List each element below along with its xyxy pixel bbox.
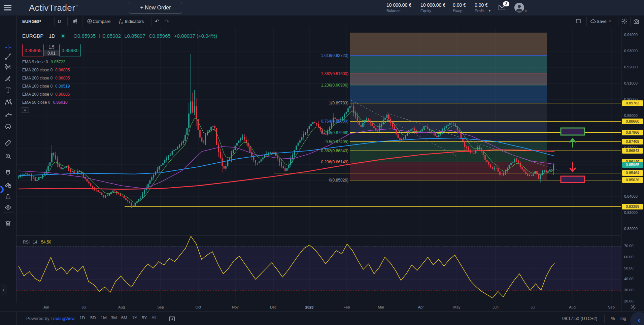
range-1D[interactable]: 1D bbox=[79, 315, 85, 320]
month-label: Sep bbox=[608, 305, 615, 309]
fib-band bbox=[350, 133, 547, 142]
chart-settings-button[interactable] bbox=[621, 15, 628, 27]
fib-label: 1(0.89783) bbox=[329, 101, 348, 105]
month-label: Feb bbox=[344, 305, 350, 309]
stat-value: 0.00 € bbox=[475, 2, 488, 8]
arrow-down-drawing[interactable] bbox=[570, 162, 576, 171]
range-1M[interactable]: 1M bbox=[101, 315, 107, 320]
sell-button[interactable]: 0.85965 bbox=[22, 44, 44, 57]
redo-button[interactable]: ↷ bbox=[165, 15, 169, 27]
snapshot-button[interactable] bbox=[633, 15, 640, 27]
magnet-icon[interactable] bbox=[4, 169, 12, 177]
range-1Y[interactable]: 1Y bbox=[132, 315, 137, 320]
indicator-row[interactable]: EMA 50 close 00.86010 bbox=[22, 100, 68, 106]
indicator-row[interactable]: EMA 100 close 00.86519 bbox=[22, 84, 70, 90]
indicators-button[interactable]: ƒxIndicators bbox=[118, 15, 144, 27]
legend-collapse-button[interactable]: ʌ bbox=[21, 107, 29, 113]
stat-value: 10 000.00 € bbox=[386, 2, 411, 8]
month-label: Oct bbox=[195, 305, 201, 309]
timezone-settings-icon[interactable] bbox=[630, 304, 636, 310]
tradingview-link[interactable]: TradingView bbox=[50, 316, 75, 321]
save-button[interactable]: Save▾ bbox=[590, 15, 611, 27]
avatar-caret-icon[interactable]: ▾ bbox=[525, 9, 527, 13]
price-label: 0.94000 bbox=[624, 33, 638, 37]
fib-band bbox=[350, 85, 547, 103]
hamburger-menu-icon[interactable] bbox=[4, 5, 11, 10]
bottom-bar: Powered by TradingView 1D5D1M3M6M1Y5YAll… bbox=[0, 312, 644, 325]
legend-interval[interactable]: 1D bbox=[49, 33, 55, 39]
chart-style-button[interactable] bbox=[72, 15, 78, 27]
pitchfork-icon[interactable] bbox=[4, 63, 12, 70]
month-label: Jul bbox=[81, 305, 86, 309]
save-caret-icon: ▾ bbox=[609, 20, 611, 23]
range-5D[interactable]: 5D bbox=[90, 315, 96, 320]
rsi-legend[interactable]: RSI 14 54.50 bbox=[23, 240, 51, 245]
price-level-tag: 0.89783 bbox=[622, 100, 643, 106]
market-status-icon bbox=[61, 34, 65, 38]
month-label: Nov bbox=[232, 305, 239, 309]
go-to-date-icon[interactable] bbox=[168, 315, 176, 322]
month-label: Dec bbox=[270, 305, 277, 309]
fib-band bbox=[350, 162, 547, 180]
ruler-icon[interactable] bbox=[4, 139, 12, 147]
stat-label: Balance bbox=[386, 9, 411, 13]
compare-button[interactable]: Compare bbox=[87, 15, 110, 27]
indicator-row[interactable]: EMA 9 close 00.85723 bbox=[22, 60, 65, 65]
price-label: 0.83000 bbox=[624, 210, 638, 215]
rsi-axis-label: 50.00 bbox=[624, 266, 634, 270]
clock[interactable]: 08:17:50 (UTC+2) bbox=[562, 316, 597, 321]
indicator-row[interactable]: EMA 200 close 00.86805 bbox=[22, 76, 70, 82]
interval-button[interactable]: D bbox=[58, 15, 61, 27]
drawing-rectangle[interactable] bbox=[561, 128, 584, 135]
crosshair-icon[interactable] bbox=[4, 44, 12, 51]
ohlc-values: O0.85935H0.85982L0.85897C0.85965 bbox=[70, 33, 171, 39]
fib-band bbox=[350, 33, 547, 56]
time-axis[interactable]: JunJulAugSepOctNovDec2023FebMarAprMayJun… bbox=[16, 303, 621, 312]
scale-log[interactable]: log bbox=[620, 316, 626, 321]
prediction-icon[interactable] bbox=[4, 110, 12, 118]
chart-canvas[interactable] bbox=[16, 27, 621, 303]
top-bar: ActivTrader™ + New Order 10 000.00 €Bala… bbox=[0, 0, 644, 15]
layout-button[interactable] bbox=[575, 15, 581, 27]
price-axis[interactable]: 0.940000.930000.920000.910000.900000.890… bbox=[621, 27, 644, 303]
month-label: 2023 bbox=[305, 305, 313, 309]
indicator-row[interactable]: EMA 200 close 00.86805 bbox=[22, 68, 70, 73]
avatar[interactable] bbox=[514, 3, 524, 12]
symbol-button[interactable]: EURGBP bbox=[22, 15, 41, 27]
pip-step[interactable]: 0.01 bbox=[44, 50, 59, 56]
price-level-tag: 0.88660 bbox=[622, 119, 643, 124]
range-All[interactable]: All bbox=[151, 315, 156, 320]
eye-icon[interactable] bbox=[4, 204, 12, 211]
buy-button[interactable]: 0.85980 bbox=[59, 44, 81, 57]
fib-label: 0.5(0.87405) bbox=[326, 139, 348, 144]
rsi-axis-label: 30.00 bbox=[624, 288, 634, 292]
undo-button[interactable]: ↶ bbox=[155, 15, 159, 27]
zoom-in-icon[interactable] bbox=[4, 153, 12, 160]
xabcd-pattern-icon[interactable] bbox=[4, 98, 12, 106]
new-order-button[interactable]: + New Order bbox=[129, 2, 182, 14]
indicator-row[interactable]: EMA 200 close 00.86805 bbox=[22, 92, 70, 98]
rsi-pane-handle[interactable]: ‹ bbox=[1, 285, 6, 295]
emoji-icon[interactable] bbox=[4, 123, 12, 130]
stat-label: Swap bbox=[453, 9, 466, 13]
fib-label: 0.236(0.86149) bbox=[321, 160, 348, 164]
range-6M[interactable]: 6M bbox=[121, 315, 127, 320]
range-5Y[interactable]: 5Y bbox=[142, 315, 147, 320]
scale-%[interactable]: % bbox=[611, 316, 615, 321]
stat-label: Profit bbox=[475, 9, 488, 13]
profit-caret-icon[interactable]: ▾ bbox=[489, 9, 490, 12]
text-icon[interactable] bbox=[4, 87, 12, 94]
arrow-up-drawing[interactable] bbox=[570, 139, 576, 148]
price-label: 0.92000 bbox=[624, 65, 638, 69]
legend-symbol[interactable]: EURGBP bbox=[22, 33, 43, 39]
drawing-rectangle[interactable] bbox=[561, 176, 584, 183]
fib-label: 0.382(0.86843) bbox=[321, 149, 348, 153]
month-label: Mar bbox=[378, 305, 384, 309]
range-3M[interactable]: 3M bbox=[111, 315, 117, 320]
trash-icon[interactable] bbox=[4, 220, 12, 227]
trend-line-icon[interactable] bbox=[4, 53, 12, 60]
brush-icon[interactable] bbox=[4, 75, 12, 82]
lock-icon[interactable] bbox=[4, 193, 12, 200]
fib-label: 1.236(0.90906) bbox=[321, 83, 348, 88]
drawing-lock-icon[interactable] bbox=[4, 181, 12, 188]
